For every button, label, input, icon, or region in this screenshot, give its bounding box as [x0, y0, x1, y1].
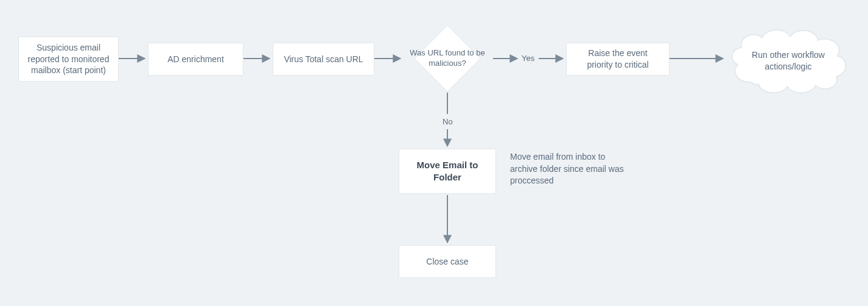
node-decision-label: Was URL found to be malicious? [402, 48, 493, 69]
node-cloud-label: Run other workflow actions/logic [724, 24, 852, 98]
node-start-label: Suspicious email reported to monitored m… [27, 42, 110, 77]
node-move-label: Move Email to Folder [408, 159, 487, 184]
node-raise-label: Raise the event priority to critical [575, 48, 660, 71]
node-vt-label: Virus Total scan URL [284, 54, 363, 65]
node-cloud: Run other workflow actions/logic [724, 24, 852, 98]
node-start: Suspicious email reported to monitored m… [18, 37, 119, 82]
edge-label-no: No [443, 117, 453, 126]
node-move-email: Move Email to Folder [399, 149, 496, 194]
node-decision: Was URL found to be malicious? [402, 24, 493, 93]
node-close-label: Close case [426, 256, 468, 268]
node-virus-total: Virus Total scan URL [273, 43, 374, 76]
node-ad-enrichment: AD enrichment [148, 43, 243, 76]
node-raise-priority: Raise the event priority to critical [566, 43, 670, 76]
annotation-move-email: Move email from inbox to archive folder … [510, 151, 626, 187]
node-close-case: Close case [399, 245, 496, 278]
edge-label-yes: Yes [522, 54, 534, 63]
node-ad-label: AD enrichment [167, 54, 224, 65]
